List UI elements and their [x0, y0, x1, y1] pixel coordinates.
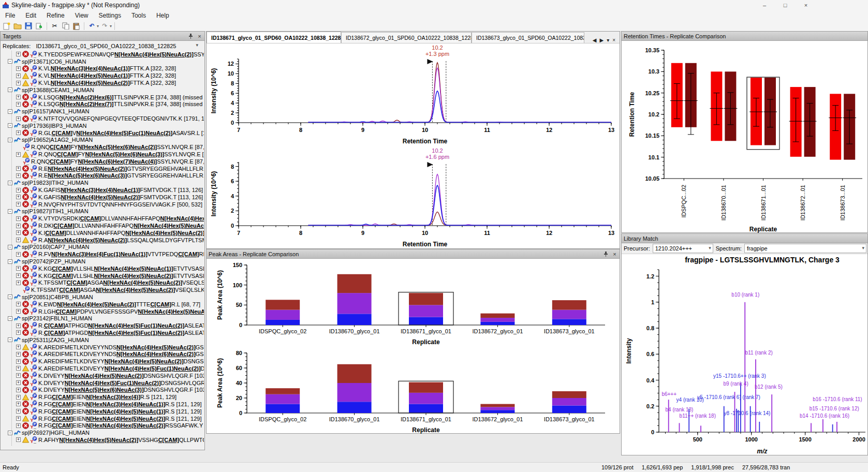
collapse-icon[interactable]: -	[8, 87, 12, 92]
copy-icon[interactable]	[61, 22, 70, 31]
peptide-row[interactable]: +PYK.GAFISN[HexNAc(4)Hex(5)NeuAc(2)]FSMT…	[1, 194, 204, 201]
expand-icon[interactable]: +	[16, 188, 21, 193]
expand-icon[interactable]: +	[16, 395, 21, 400]
collapse-icon[interactable]: -	[8, 245, 12, 249]
redo-dropdown-icon[interactable]: ▾	[110, 24, 112, 28]
expand-icon[interactable]: +	[16, 437, 21, 442]
expand-icon[interactable]: +	[16, 66, 21, 71]
retention-times-chart[interactable]: 10.0510.110.1510.210.2510.310.35Retentio…	[622, 41, 867, 233]
minimize-button[interactable]: –	[754, 0, 775, 10]
peptide-row[interactable]: +PYR.FGC[CAM]EIENN[HexNAc(3)Hex(4)NeuAc(…	[1, 401, 204, 408]
menu-item-file[interactable]: File	[0, 11, 20, 20]
peptide-row[interactable]: +PYK.NTFTQVVQGNEFQNIPGEQVTEEQFTDEQGNIVTK…	[1, 115, 204, 122]
new-file-icon[interactable]	[2, 22, 11, 31]
expand-icon[interactable]: +	[16, 423, 21, 428]
protein-row[interactable]: -sp|P19652|A1AG2_HUMAN	[1, 137, 204, 144]
peptide-row[interactable]: PYR.QNQC[CAM]FYN[HexNAc(5)Hex(6)NeuAc(2)…	[1, 143, 204, 151]
menu-item-settings[interactable]: Settings	[94, 11, 126, 20]
peptide-row[interactable]: +PYR.LGHC[CAM]PDPVLVNGEFSSSGPVN[HexNAc(4…	[1, 308, 204, 315]
tab-menu-icon[interactable]: ▾	[607, 37, 609, 43]
menu-item-refine[interactable]: Refine	[41, 11, 70, 20]
peptide-row[interactable]: +PYK.VTYDVSRDKIC[CAM]DLLVANNHFAHFFAPQN[H…	[1, 215, 204, 222]
expand-icon[interactable]: +	[16, 388, 21, 392]
protein-row[interactable]: -sp|P17936|IBP3_HUMAN	[1, 122, 204, 129]
expand-icon[interactable]: +	[16, 266, 21, 271]
expand-icon[interactable]: +	[16, 152, 21, 157]
peptide-row[interactable]: +PYK.EWDN[HexNAc(4)Hex(5)NeuAc(2)]TTTEC[…	[1, 301, 204, 308]
peptide-row[interactable]: +PYR.FGC[CAM]EIENN[HexNAc(3)Hex(4)]R.S […	[1, 393, 204, 401]
peptide-row[interactable]: +PYK.AREDIFMETLKDIVEYYN[HexNAc(4)Hex(5)N…	[1, 358, 204, 365]
peptide-row[interactable]: +PYR.EN[HexNAc(5)Hex(6)NeuAc(3)]GTVSRYEG…	[1, 172, 204, 180]
peptide-row[interactable]: +PYR.AN[HexNAc(4)Hex(5)NeuAc(2)]LSSQALQM…	[1, 237, 204, 244]
menu-item-tools[interactable]: Tools	[126, 11, 151, 20]
expand-icon[interactable]: +	[16, 238, 21, 242]
chromatogram-tab-3[interactable]: ID138673_glyco_01_SPD60_OA10222_10838_12…	[472, 32, 584, 43]
expand-icon[interactable]: +	[16, 323, 21, 328]
peptide-row[interactable]: +PYK.VLN[HexNAc(3)Hex(4)NeuAc(1)]FTTK.A …	[1, 65, 204, 72]
collapse-icon[interactable]: -	[8, 259, 12, 264]
expand-icon[interactable]: +	[16, 173, 21, 178]
peptide-row[interactable]: +PYK.LSQGN[HexNAc(2)Hex(6)]TTLSINPVKR.E …	[1, 94, 204, 101]
expand-icon[interactable]: +	[16, 366, 21, 371]
collapse-icon[interactable]: -	[8, 138, 12, 142]
expand-icon[interactable]: +	[16, 130, 21, 135]
targets-tree[interactable]: +PYK.TYEDDSPEWFKEDNAVQPN[HexNAc(4)Hex(5)…	[1, 51, 204, 446]
peptide-row[interactable]: +PYK.AREDIFMETLKDIVEYYNDSN[HexNAc(4)Hex(…	[1, 344, 204, 351]
protein-row[interactable]: -sp|P23142|FBLN1_HUMAN	[1, 315, 204, 322]
peak-areas-chart-1[interactable]: 050100150Peak Area (10^6)ReplicateIDSPQC…	[207, 259, 620, 347]
peptide-row[interactable]: +PYK.DIVEYYN[HexNAc(5)Hex(6)NeuAc(3)]DSN…	[1, 386, 204, 393]
peptide-row[interactable]: +PYR.QNQC[CAM]FYN[HexNAc(5)Hex(6)NeuAc(3…	[1, 151, 204, 158]
close-icon[interactable]: ×	[611, 250, 619, 257]
peptide-row[interactable]: +PYK.KGC[CAM]VLLSHLN[HexNAc(4)Hex(5)NeuA…	[1, 265, 204, 272]
import-results-icon[interactable]	[34, 22, 44, 31]
peak-areas-chart-2[interactable]: 020406080Peak Area (10^6)ReplicateIDSPQC…	[207, 347, 620, 435]
library-spectrum-chart[interactable]: 00.20.40.60.811.2500100015002000Intensit…	[622, 254, 867, 456]
close-icon[interactable]: ×	[196, 33, 203, 39]
paste-icon[interactable]	[71, 22, 81, 31]
peptide-row[interactable]: +PYK.TYEDDSPEWFKEDNAVQPN[HexNAc(4)Hex(5)…	[1, 51, 204, 58]
chromatogram-tab-2[interactable]: ID138672_glyco_01_SPD60_OA10222_10838_12…	[341, 32, 472, 43]
protein-row[interactable]: -sp|P19823|ITIH2_HUMAN	[1, 179, 204, 186]
undo-dropdown-icon[interactable]: ▾	[97, 24, 99, 28]
peptide-row[interactable]: +PYK.DIVEYYN[HexNAc(4)Hex(5)NeuAc(2)]DSN…	[1, 372, 204, 379]
expand-icon[interactable]: +	[16, 216, 21, 221]
peptide-row[interactable]: +PYK.AREDIFMETLKDIVEYYN[HexNAc(4)Hex(5)F…	[1, 365, 204, 372]
expand-icon[interactable]: +	[16, 95, 21, 99]
expand-icon[interactable]: +	[16, 81, 21, 85]
replicates-combobox[interactable]: ID138671_glyco_01_SPD60_OA10222_10838_12…	[34, 42, 204, 50]
expand-icon[interactable]: +	[16, 52, 21, 56]
tab-scroll-right-icon[interactable]: ▶	[599, 37, 604, 43]
expand-icon[interactable]: +	[16, 309, 21, 314]
expand-icon[interactable]: +	[16, 402, 21, 406]
collapse-icon[interactable]: -	[8, 337, 12, 342]
expand-icon[interactable]: +	[16, 116, 21, 121]
expand-icon[interactable]: +	[16, 359, 21, 364]
protein-row[interactable]: -sp|P13671|CO6_HUMAN	[1, 58, 204, 65]
expand-icon[interactable]: +	[16, 352, 21, 357]
expand-icon[interactable]: +	[16, 302, 21, 306]
peptide-row[interactable]: +PYK.IC[CAM]DLLVANNHFAHFFAPQN[HexNAc(4)H…	[1, 229, 204, 237]
collapse-icon[interactable]: -	[8, 123, 12, 128]
spectrum-combobox[interactable]: fragpipe ▾	[744, 244, 866, 253]
expand-icon[interactable]: +	[16, 409, 21, 414]
menu-item-help[interactable]: Help	[151, 11, 174, 20]
expand-icon[interactable]: +	[16, 345, 21, 349]
peptide-row[interactable]: +PYK.KGC[CAM]VLLSHLN[HexNAc(4)Hex(5)NeuA…	[1, 272, 204, 279]
expand-icon[interactable]: +	[16, 224, 21, 228]
menu-item-view[interactable]: View	[70, 11, 94, 20]
peptide-row[interactable]: +PYK.TFSSMTC[CAM]ASGAN[HexNAc(4)Hex(5)Ne…	[1, 279, 204, 287]
expand-icon[interactable]: +	[16, 373, 21, 378]
expand-icon[interactable]: +	[16, 102, 21, 107]
protein-row[interactable]: -sp|P20160|CAP7_HUMAN	[1, 244, 204, 251]
protein-row[interactable]: -sp|P20851|C4BPB_HUMAN	[1, 293, 204, 301]
expand-icon[interactable]: +	[16, 166, 21, 171]
close-button[interactable]: ×	[796, 0, 816, 10]
pin-icon[interactable]	[602, 250, 610, 257]
collapse-icon[interactable]: -	[8, 59, 12, 64]
maximize-button[interactable]: □	[775, 0, 796, 10]
menu-item-edit[interactable]: Edit	[20, 11, 41, 20]
peptide-row[interactable]: +PYR.EN[HexNAc(4)Hex(5)NeuAc(2)]GTVSRYEG…	[1, 165, 204, 172]
peptide-row[interactable]: PYR.QNQC[CAM]FYN[HexNAc(6)Hex(7)NeuAc(4)…	[1, 158, 204, 165]
chromatogram-plot-2[interactable]: 0246878910111213Intensity (10^6)Retentio…	[207, 146, 620, 249]
expand-icon[interactable]: +	[16, 73, 21, 78]
